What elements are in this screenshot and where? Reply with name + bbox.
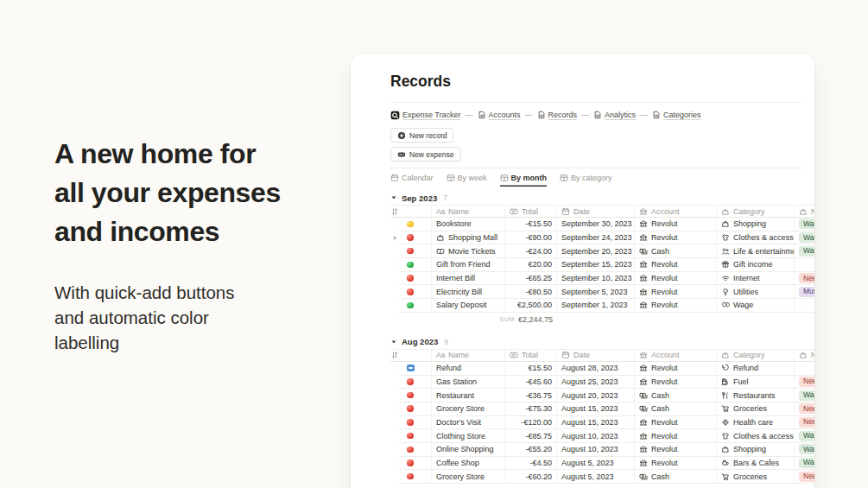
cell-necessity[interactable]: Want — [795, 389, 814, 402]
cell-necessity[interactable]: Must — [795, 285, 814, 299]
cell-category[interactable]: Groceries — [717, 402, 795, 416]
cell-account[interactable]: Revolut — [635, 285, 717, 299]
row-color-cell[interactable] — [399, 231, 432, 245]
column-header-category[interactable]: Category — [717, 349, 795, 362]
table-row[interactable]: Doctor's Visit-€120.00August 15, 2023Rev… — [390, 416, 814, 430]
cell-date[interactable]: September 1, 2023 — [557, 299, 635, 313]
cell-necessity[interactable]: Want — [795, 244, 814, 258]
cell-date[interactable]: August 10, 2023 — [557, 443, 635, 457]
cell-category[interactable]: Life & entertainment — [717, 244, 795, 258]
cell-account[interactable]: Revolut — [635, 231, 717, 245]
table-row[interactable]: Movie Tickets-€24.00September 20, 2023Ca… — [390, 244, 814, 258]
cell-date[interactable]: August 5, 2023 — [557, 457, 635, 471]
cell-necessity[interactable]: Need — [795, 376, 814, 390]
cell-total[interactable]: -€85.75 — [505, 429, 557, 443]
tab-by-month[interactable]: By month — [500, 168, 548, 187]
group-sum-row[interactable]: SUM-€467.80 — [390, 484, 557, 488]
tab-by-category[interactable]: By category — [560, 168, 612, 187]
group-sum-row[interactable]: SUM€2,244.75 — [390, 313, 557, 326]
column-header-date[interactable]: Date — [557, 205, 635, 218]
cell-date[interactable]: August 10, 2023 — [557, 429, 635, 443]
cell-date[interactable]: September 30, 2023 — [557, 218, 635, 231]
cell-date[interactable]: September 15, 2023 — [557, 258, 635, 272]
cell-name[interactable]: Doctor's Visit — [432, 416, 505, 430]
row-color-cell[interactable] — [399, 457, 432, 471]
row-color-cell[interactable] — [399, 258, 432, 272]
cell-necessity[interactable]: Need — [795, 470, 814, 484]
cell-necessity[interactable]: Want — [795, 231, 814, 245]
table-row[interactable]: Clothing Store-€85.75August 10, 2023Revo… — [390, 429, 814, 443]
row-color-cell[interactable] — [399, 376, 432, 390]
cell-category[interactable]: Refund — [717, 362, 795, 376]
row-color-cell[interactable] — [399, 443, 432, 457]
breadcrumb-item-categories[interactable]: Categories — [652, 111, 701, 119]
cell-necessity[interactable]: Want — [795, 429, 814, 443]
group-header[interactable]: Aug 20239 — [390, 335, 814, 349]
row-color-cell[interactable] — [399, 244, 432, 258]
cell-name[interactable]: Movie Tickets — [432, 244, 505, 258]
new-record-button[interactable]: New record — [390, 128, 453, 143]
row-color-cell[interactable] — [399, 362, 432, 376]
cell-category[interactable]: Clothes & accessories — [717, 231, 795, 245]
column-header-total[interactable]: Total — [505, 349, 557, 362]
breadcrumb-item-root[interactable]: Expense Tracker — [390, 111, 461, 120]
row-color-cell[interactable] — [399, 299, 432, 313]
table-row[interactable]: Refund€15.50August 28, 2023RevolutRefund — [390, 362, 814, 376]
row-color-cell[interactable] — [399, 429, 432, 443]
cell-account[interactable]: Cash — [635, 470, 717, 484]
cell-total[interactable]: -€15.50 — [505, 218, 557, 231]
cell-category[interactable]: Bars & Cafes — [717, 457, 795, 471]
cell-date[interactable]: August 28, 2023 — [557, 362, 635, 376]
cell-name[interactable]: Coffee Shop — [432, 457, 505, 471]
cell-category[interactable]: Wage — [717, 299, 795, 313]
sort-icon[interactable] — [390, 207, 399, 216]
cell-total[interactable]: -€75.30 — [505, 402, 557, 416]
row-color-cell[interactable] — [399, 389, 432, 402]
row-color-cell[interactable] — [399, 470, 432, 484]
new-expense-button[interactable]: New expense — [390, 147, 461, 162]
cell-date[interactable]: September 20, 2023 — [557, 244, 635, 258]
cell-total[interactable]: €2,500.00 — [505, 299, 557, 313]
cell-necessity[interactable]: Need — [795, 272, 814, 286]
cell-name[interactable]: Internet Bill — [432, 272, 505, 286]
table-row[interactable]: Online Shopping-€55.20August 10, 2023Rev… — [390, 443, 814, 457]
cell-total[interactable]: -€120.00 — [505, 416, 557, 430]
cell-category[interactable]: Shopping — [717, 218, 795, 231]
cell-date[interactable]: August 5, 2023 — [557, 470, 635, 484]
column-header-name[interactable]: AaName — [432, 205, 505, 218]
column-header-account[interactable]: Account — [635, 205, 717, 218]
cell-necessity[interactable] — [795, 362, 814, 376]
caret-down-icon[interactable] — [390, 339, 397, 345]
row-color-cell[interactable] — [399, 402, 432, 416]
table-row[interactable]: Grocery Store-€75.30August 15, 2023CashG… — [390, 402, 814, 416]
cell-necessity[interactable]: Want — [795, 457, 814, 471]
cell-account[interactable]: Revolut — [635, 299, 717, 313]
cell-name[interactable]: Electricity Bill — [432, 285, 505, 299]
row-expand-gutter[interactable] — [390, 231, 399, 245]
cell-account[interactable]: Revolut — [635, 376, 717, 390]
cell-total[interactable]: -€36.75 — [505, 389, 557, 402]
cell-account[interactable]: Revolut — [635, 272, 717, 286]
cell-total[interactable]: €15.50 — [505, 362, 557, 376]
cell-total[interactable]: -€55.20 — [505, 443, 557, 457]
column-header-label[interactable] — [399, 205, 432, 218]
cell-total[interactable]: -€90.00 — [505, 231, 557, 245]
cell-name[interactable]: Shopping Mall — [432, 231, 505, 245]
breadcrumb-item-accounts[interactable]: Accounts — [478, 111, 521, 119]
table-row[interactable]: Grocery Store-€60.20August 5, 2023CashGr… — [390, 470, 814, 484]
tab-by-week[interactable]: By week — [447, 168, 487, 187]
cell-account[interactable]: Cash — [635, 389, 717, 402]
table-row[interactable]: Coffee Shop-€4.50August 5, 2023RevolutBa… — [390, 457, 814, 471]
cell-total[interactable]: -€60.20 — [505, 470, 557, 484]
cell-name[interactable]: Grocery Store — [432, 402, 505, 416]
cell-date[interactable]: September 5, 2023 — [557, 285, 635, 299]
cell-account[interactable]: Revolut — [635, 258, 717, 272]
table-row[interactable]: Gas Station-€45.60August 25, 2023Revolut… — [390, 376, 814, 390]
row-color-cell[interactable] — [399, 218, 432, 231]
caret-right-icon[interactable] — [392, 235, 398, 241]
cell-account[interactable]: Revolut — [635, 443, 717, 457]
row-color-cell[interactable] — [399, 272, 432, 286]
cell-category[interactable]: Clothes & accessories — [717, 429, 795, 443]
cell-necessity[interactable]: Want — [795, 443, 814, 457]
caret-down-icon[interactable] — [390, 194, 397, 201]
